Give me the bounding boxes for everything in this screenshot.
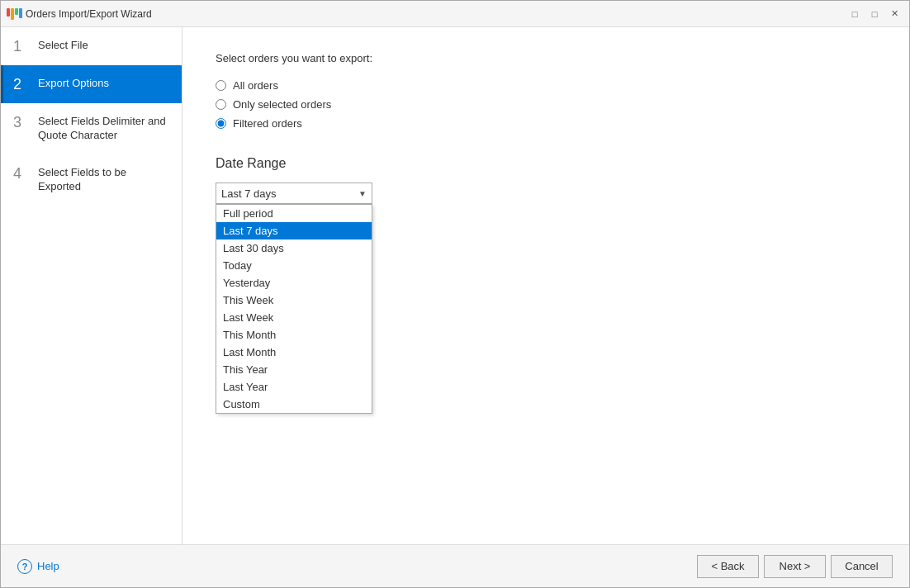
main-content: 1 Select File 2 Export Options 3 Select … [1,27,909,544]
step-label-2: Export Options [38,77,109,91]
close-button[interactable]: ✕ [886,6,903,22]
back-button[interactable]: < Back [697,555,759,578]
footer-buttons: < Back Next > Cancel [697,555,893,578]
radio-all-orders[interactable]: All orders [216,79,876,92]
sidebar-item-select-file[interactable]: 1 Select File [1,27,182,65]
step-label-3: Select Fields Delimiter and Quote Charac… [38,115,172,143]
sidebar-item-export-options[interactable]: 2 Export Options [1,65,182,103]
content-area: Select orders you want to export: All or… [182,27,909,544]
dropdown-option-last-week[interactable]: Last Week [216,309,372,326]
radio-all-orders-input[interactable] [216,80,226,91]
date-range-dropdown-list: Full period Last 7 days Last 30 days Tod… [216,204,372,414]
step-number-3: 3 [13,115,30,130]
dropdown-option-this-year[interactable]: This Year [216,361,372,378]
radio-filtered-orders-input[interactable] [216,118,226,129]
main-window: Orders Import/Export Wizard □ □ ✕ 1 Sele… [0,0,910,588]
cancel-button[interactable]: Cancel [831,555,893,578]
help-label: Help [37,560,59,572]
sidebar-item-select-fields-delimiter[interactable]: 3 Select Fields Delimiter and Quote Char… [1,103,182,154]
help-button[interactable]: ? Help [17,559,59,574]
title-bar: Orders Import/Export Wizard □ □ ✕ [1,1,909,27]
step-number-1: 1 [13,39,30,54]
step-label-1: Select File [38,39,88,53]
window-controls: □ □ ✕ [846,6,903,22]
radio-all-orders-label[interactable]: All orders [233,79,278,92]
dropdown-option-last-month[interactable]: Last Month [216,344,372,361]
dropdown-option-last-30-days[interactable]: Last 30 days [216,239,372,257]
dropdown-option-yesterday[interactable]: Yesterday [216,274,372,292]
radio-only-selected-label[interactable]: Only selected orders [233,98,331,111]
dropdown-option-last-year[interactable]: Last Year [216,378,372,396]
step-number-2: 2 [13,77,30,92]
step-number-4: 4 [13,166,30,181]
radio-filtered-orders[interactable]: Filtered orders [216,117,876,130]
dropdown-option-full-period[interactable]: Full period [216,205,372,222]
date-range-dropdown[interactable]: Last 7 days ▼ [216,183,372,204]
section-prompt: Select orders you want to export: [216,52,876,64]
radio-only-selected-input[interactable] [216,99,226,110]
date-range-section: Date Range Last 7 days ▼ Full period Las… [216,156,876,204]
app-icon [7,7,21,21]
date-range-selected-value: Last 7 days [221,187,277,200]
next-button[interactable]: Next > [764,555,826,578]
help-icon: ? [17,559,32,574]
sidebar: 1 Select File 2 Export Options 3 Select … [1,27,182,544]
maximize-button[interactable]: □ [866,6,883,22]
date-range-title: Date Range [216,156,876,171]
step-label-4: Select Fields to be Exported [38,166,172,194]
dropdown-option-this-week[interactable]: This Week [216,292,372,309]
footer: ? Help < Back Next > Cancel [1,544,909,587]
sidebar-item-select-fields-exported[interactable]: 4 Select Fields to be Exported [1,154,182,206]
date-range-dropdown-wrapper: Last 7 days ▼ Full period Last 7 days La… [216,183,372,204]
dropdown-option-this-month[interactable]: This Month [216,326,372,344]
order-selection-group: All orders Only selected orders Filtered… [216,79,876,130]
radio-filtered-orders-label[interactable]: Filtered orders [233,117,302,130]
window-title: Orders Import/Export Wizard [26,8,846,20]
dropdown-arrow-icon: ▼ [358,189,367,198]
radio-only-selected[interactable]: Only selected orders [216,98,876,111]
dropdown-option-today[interactable]: Today [216,257,372,274]
minimize-button[interactable]: □ [846,6,863,22]
dropdown-option-custom[interactable]: Custom [216,396,372,413]
dropdown-option-last-7-days[interactable]: Last 7 days [216,222,372,239]
